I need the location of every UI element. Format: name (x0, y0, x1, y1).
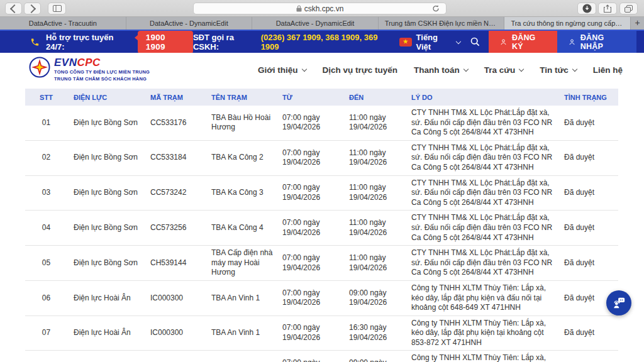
cell-tu: 07:00 ngày 19/04/2026 (282, 358, 324, 362)
cell-den: 16:30 ngày 19/04/2026 (349, 323, 391, 343)
chat-support-icon (612, 296, 626, 310)
cell-tu: 07:00 ngày 19/04/2026 (282, 183, 324, 202)
cell-den: 11:00 ngày 19/04/2026 (349, 148, 391, 168)
cell-ten-tram: TBA Ka Công 4 (210, 221, 281, 236)
nav-tra-cuu[interactable]: Tra cứu (484, 65, 524, 75)
cell-dien-luc: Điện lực Hoài Ân (72, 326, 149, 341)
forward-button[interactable] (24, 3, 41, 14)
cell-ma-tram: CC573242 (149, 185, 210, 200)
tab-tra-cuu-active[interactable]: Tra cứu thông tin ngừng cung cấp điện th… (504, 17, 631, 30)
back-icon (10, 4, 19, 13)
sidebar-icon (53, 5, 62, 12)
brand-subtitle-2: TRUNG TÂM CHĂM SÓC KHÁCH HÀNG (54, 76, 150, 83)
support-label: Hỗ trợ trực tuyến 24/7: (46, 33, 129, 52)
cell-ly-do: Công ty TNHH XLTM Thùy Tiên: Lắp xà, kéo… (410, 281, 563, 315)
table-row[interactable]: 01 Điện lực Bồng Sơn CC533176 TBA Bàu Hồ… (25, 106, 618, 141)
hotline-badge[interactable]: 1900 1909 (138, 31, 193, 53)
tabs-icon (625, 5, 633, 13)
download-icon (582, 4, 592, 13)
chevron-down-icon (463, 67, 468, 72)
nav-thanh-toan[interactable]: Thanh toán (414, 65, 468, 75)
table-row[interactable]: 05 Điện lực Bồng Sơn CH539144 TBA Cấp đi… (25, 246, 618, 281)
cell-dien-luc: Điện lực Bồng Sơn (72, 256, 149, 271)
language-selector[interactable]: Tiếng Việt (416, 33, 453, 52)
nav-label: Dịch vụ trực tuyến (323, 65, 397, 75)
cell-stt: 06 (25, 291, 72, 306)
address-bar[interactable]: cskh.cpc.vn (193, 3, 447, 14)
back-button[interactable] (5, 3, 22, 14)
outage-table: STT ĐIỆN LỰC MÃ TRẠM TÊN TRẠM TỪ ĐẾN LÝ … (25, 89, 618, 362)
cell-tu: 07:00 ngày 19/04/2026 (282, 323, 324, 343)
cell-ly-do: CTY TNHH TM& XL Lộc Phát:Lắp đặt xà, sứ.… (410, 176, 563, 211)
tab-dataactive-dynamicedit-2[interactable]: DataActive - DynamicEdit (252, 17, 379, 30)
column-header-dien-luc: ĐIỆN LỰC (72, 91, 149, 104)
table-row[interactable]: 07 Điện lực Hoài Ân IC000300 TBA An Vinh… (25, 316, 618, 351)
cell-den: 09:00 ngày 19/04/2026 (349, 358, 391, 362)
table-row[interactable]: 06 Điện lực Hoài Ân IC000300 TBA An Vinh… (25, 281, 618, 316)
nav-lien-he[interactable]: Liên hệ (593, 65, 623, 75)
cell-tu: 07:00 ngày 19/04/2026 (282, 113, 324, 133)
table-row[interactable]: 08 Điện lực Hoài Ân IC000300 TBA An Vinh… (25, 351, 618, 362)
search-button[interactable] (470, 37, 480, 47)
cell-ly-do: CTY TNHH TM& XL Lộc Phát:Lắp đặt xà, sứ.… (410, 246, 563, 280)
cell-den: 11:00 ngày 19/04/2026 (349, 113, 391, 133)
user-icon (499, 38, 508, 47)
brand-subtitle-1: TỔNG CÔNG TY ĐIỆN LỰC MIỀN TRUNG (54, 69, 150, 76)
cell-ly-do: CTY TNHH TM& XL Lộc Phát:Lắp đặt xà, sứ.… (410, 211, 563, 245)
tab-bar: DataActive - Tracuutin DataActive - Dyna… (0, 17, 644, 30)
table-row[interactable]: 02 Điện lực Bồng Sơn CC533184 TBA Ka Côn… (25, 141, 618, 176)
cell-dien-luc: Điện lực Bồng Sơn (72, 150, 149, 165)
cell-tu: 07:00 ngày 19/04/2026 (282, 148, 324, 168)
table-row[interactable]: 03 Điện lực Bồng Sơn CC573242 TBA Ka Côn… (25, 176, 618, 211)
cell-dien-luc: Điện lực Bồng Sơn (72, 116, 149, 131)
brand-logo[interactable]: EVNCPC TỔNG CÔNG TY ĐIỆN LỰC MIỀN TRUNG … (29, 57, 150, 83)
table-row[interactable]: 04 Điện lực Bồng Sơn CC573256 TBA Ka Côn… (25, 211, 618, 246)
tab-dataactive-tracuutin[interactable]: DataActive - Tracuutin (0, 17, 126, 30)
tab-overview-button[interactable] (619, 3, 638, 14)
cell-ten-tram: TBA Cấp điện nhà máy may Hoài Hương (210, 246, 281, 280)
nav-label: Tra cứu (484, 65, 516, 75)
lock-icon (296, 5, 302, 12)
nav-dich-vu-truc-tuyen[interactable]: Dịch vụ trực tuyến (323, 65, 397, 75)
brand-cpc-text: CPC (77, 57, 100, 69)
tab-dataactive-dynamicedit-1[interactable]: DataActive - DynamicEdit (126, 17, 253, 30)
chat-support-fab[interactable] (606, 290, 631, 315)
main-nav: Giới thiệu Dịch vụ trực tuyến Thanh toán… (258, 53, 623, 87)
cell-ma-tram: IC000300 (149, 291, 210, 306)
cell-stt: 07 (25, 326, 72, 341)
reload-button[interactable] (432, 4, 442, 14)
forward-icon (27, 4, 36, 13)
tab-cskh-mien-nam[interactable]: Trung tâm CSKH Điện lực miền Nam (379, 17, 505, 30)
cell-ma-tram: CC533184 (149, 150, 210, 165)
cell-ten-tram: TBA An Vinh 1 (210, 291, 281, 306)
login-button[interactable]: ĐĂNG NHẬP (557, 31, 636, 53)
cell-stt: 01 (25, 116, 72, 131)
cell-tinh-trang: Đã duyệt (563, 150, 618, 165)
register-label: ĐĂNG KÝ (512, 33, 547, 51)
cell-tinh-trang: Đã duyệt (563, 326, 618, 341)
cell-ma-tram: CC573256 (149, 221, 210, 236)
new-tab-button[interactable]: + (631, 17, 644, 30)
brand-evn-text: EVN (54, 57, 77, 69)
cell-dien-luc: Điện lực Bồng Sơn (72, 185, 149, 200)
chevron-down-icon (301, 67, 306, 72)
register-button[interactable]: ĐĂNG KÝ (489, 31, 557, 53)
nav-label: Liên hệ (593, 65, 623, 75)
column-header-tinh-trang: TÌNH TRẠNG (563, 91, 618, 104)
browser-toolbar: cskh.cpc.vn (0, 0, 644, 17)
cell-tu: 07:00 ngày 19/04/2026 (282, 218, 324, 238)
cell-den: 11:00 ngày 19/04/2026 (349, 218, 391, 238)
nav-gioi-thieu[interactable]: Giới thiệu (258, 65, 306, 75)
cell-ma-tram: IC000300 (149, 326, 210, 341)
nav-tin-tuc[interactable]: Tin tức (540, 65, 577, 75)
chevron-down-icon (519, 67, 524, 72)
sidebar-toggle-button[interactable] (48, 3, 66, 14)
cell-stt: 05 (25, 256, 72, 271)
cell-dien-luc: Điện lực Bồng Sơn (72, 221, 149, 236)
column-header-tu: TỪ (281, 91, 348, 104)
share-button[interactable] (598, 3, 617, 14)
cell-ten-tram: TBA An Vinh 1 (210, 326, 281, 341)
share-icon (604, 4, 611, 13)
downloads-button[interactable] (577, 3, 596, 14)
chevron-down-icon (572, 67, 577, 72)
